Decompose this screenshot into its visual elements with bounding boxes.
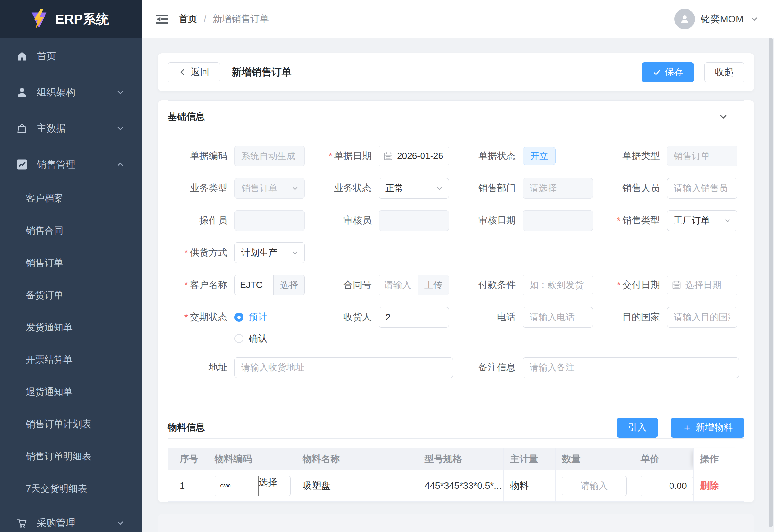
remark-input[interactable] <box>523 357 739 378</box>
add-material-button[interactable]: ＋ 新增物料 <box>671 418 744 438</box>
field-biz-status: 业务状态 正常 <box>312 178 456 199</box>
delivery-date-picker[interactable]: 选择日期 <box>667 275 737 295</box>
basic-info-header: 基础信息 <box>168 110 744 123</box>
required-asterisk: * <box>184 280 188 291</box>
collapse-sidebar-icon[interactable] <box>155 12 170 26</box>
field-label: 单据类型 <box>622 150 660 163</box>
material-info-header: 物料信息 引入 ＋ 新增物料 <box>168 418 744 438</box>
sidebar-item-label: 主数据 <box>37 122 66 135</box>
select-value: 销售订单 <box>241 182 291 194</box>
save-button[interactable]: 保存 <box>642 62 694 82</box>
user-menu[interactable]: 铭奕MOM <box>674 9 759 29</box>
sidebar-item-stock-order[interactable]: 备货订单 <box>0 279 142 311</box>
sidebar-item-label: 销售订单计划表 <box>26 418 91 431</box>
field-operator: 操作员 <box>168 210 312 231</box>
form-row: *客户名称 选择 合同号 上传 付款条件 <box>168 275 744 295</box>
form-row: *交期状态 预计 确认 收货人 <box>168 307 744 346</box>
field-contract-no: 合同号 上传 <box>312 275 456 295</box>
sidebar-item-label: 首页 <box>37 50 56 63</box>
collapse-button-label: 收起 <box>715 66 734 79</box>
col-material-name: 物料名称 <box>296 448 418 470</box>
sidebar-item-7day-delivery-report[interactable]: 7天交货明细表 <box>0 473 142 505</box>
field-audit-date: 审核日期 <box>456 210 600 231</box>
sidebar-item-sales-contract[interactable]: 销售合同 <box>0 215 142 247</box>
radio-unselected-icon <box>234 334 243 343</box>
doc-date-picker[interactable]: 2026-01-26 <box>379 146 449 166</box>
page-toolbar-card: 返回 新增销售订单 保存 收起 <box>158 53 754 91</box>
collapse-section-icon[interactable] <box>718 111 729 122</box>
field-doc-code: 单据编码 <box>168 146 312 166</box>
vertical-scrollbar[interactable] <box>769 38 773 527</box>
sidebar-item-master-data[interactable]: 主数据 <box>0 110 142 146</box>
payment-terms-input[interactable] <box>523 275 593 295</box>
material-code-input[interactable] <box>215 476 259 496</box>
select-value: 正常 <box>385 182 435 194</box>
basic-info-form: 单据编码 *单据日期 2026-01-26 单据状态 开立 单据类型 <box>168 146 744 378</box>
field-label: 业务状态 <box>334 182 372 195</box>
basic-info-title: 基础信息 <box>168 110 205 123</box>
sales-type-select[interactable]: 工厂订单 <box>667 210 737 231</box>
dest-country-input[interactable] <box>667 307 737 328</box>
radio-selected-icon <box>234 313 243 322</box>
sales-person-input[interactable] <box>667 178 737 199</box>
address-input[interactable] <box>234 357 453 378</box>
check-icon <box>652 68 661 77</box>
customer-input[interactable] <box>235 275 273 295</box>
material-table: 序号 物料编码 物料名称 型号规格 主计量 数量 单价 操作 1 <box>168 448 744 502</box>
chevron-up-icon <box>115 160 125 169</box>
plus-icon: ＋ <box>682 423 692 432</box>
required-asterisk: * <box>184 248 188 258</box>
form-row: 地址 备注信息 <box>168 357 744 378</box>
radio-confirmed[interactable]: 确认 <box>234 331 267 346</box>
field-remark: 备注信息 <box>456 357 744 378</box>
sidebar-item-purchase-management[interactable]: 采购管理 <box>0 505 142 532</box>
chevron-down-icon <box>749 14 759 24</box>
breadcrumb: 首页 / 新增销售订单 <box>179 13 269 25</box>
field-doc-status: 单据状态 开立 <box>456 146 600 166</box>
field-supply-mode: *供货方式 计划生产 <box>168 242 312 263</box>
radio-estimated[interactable]: 预计 <box>234 310 267 324</box>
contract-upload-button[interactable]: 上传 <box>418 275 449 295</box>
phone-input[interactable] <box>523 307 593 328</box>
sidebar-nav: 首页 组织架构 主数据 销售管理 客户档案 销售合同 销售订单 备货订单 发货通… <box>0 38 142 532</box>
avatar-person-icon <box>679 13 690 25</box>
import-button[interactable]: 引入 <box>617 418 658 438</box>
radio-label: 确认 <box>249 332 267 345</box>
price-input[interactable] <box>641 476 693 496</box>
sidebar-item-home[interactable]: 首页 <box>0 38 142 74</box>
biz-status-select[interactable]: 正常 <box>379 178 449 199</box>
field-auditor: 审核员 <box>312 210 456 231</box>
field-label: 单据状态 <box>478 150 516 163</box>
delete-row-link[interactable]: 删除 <box>700 480 719 491</box>
sidebar-item-org[interactable]: 组织架构 <box>0 74 142 110</box>
sidebar-item-customer-files[interactable]: 客户档案 <box>0 182 142 215</box>
sidebar-item-label: 组织架构 <box>37 86 75 99</box>
material-code-select-button[interactable]: 选择 <box>259 476 290 496</box>
receiver-input[interactable] <box>379 307 449 328</box>
sidebar-item-shipping-notice[interactable]: 发货通知单 <box>0 311 142 344</box>
cell-qty <box>555 470 634 501</box>
chevron-down-icon <box>115 87 125 97</box>
sidebar-item-sales-management[interactable]: 销售管理 <box>0 146 142 182</box>
collapse-button[interactable]: 收起 <box>704 62 744 82</box>
sidebar-item-sales-order[interactable]: 销售订单 <box>0 247 142 279</box>
operator-input <box>234 210 305 231</box>
sidebar-item-order-detail-report[interactable]: 销售订单明细表 <box>0 440 142 473</box>
customer-select-button[interactable]: 选择 <box>273 275 304 295</box>
breadcrumb-home[interactable]: 首页 <box>179 13 197 25</box>
supply-mode-select[interactable]: 计划生产 <box>234 242 305 263</box>
calendar-icon <box>383 151 393 161</box>
app-logo: ERP系统 <box>0 0 142 38</box>
chart-icon <box>16 159 28 170</box>
sidebar-item-invoice-settlement[interactable]: 开票结算单 <box>0 344 142 376</box>
breadcrumb-current: 新增销售订单 <box>213 13 269 25</box>
contract-no-input[interactable] <box>379 275 418 295</box>
doc-code-input <box>234 146 305 166</box>
back-button[interactable]: 返回 <box>168 62 220 82</box>
sidebar-item-return-notice[interactable]: 退货通知单 <box>0 376 142 408</box>
cell-seq: 1 <box>168 470 208 501</box>
sidebar-item-order-plan-report[interactable]: 销售订单计划表 <box>0 408 142 440</box>
col-price: 单价 <box>634 448 693 470</box>
field-label: 销售人员 <box>622 182 660 195</box>
qty-input[interactable] <box>562 476 627 496</box>
